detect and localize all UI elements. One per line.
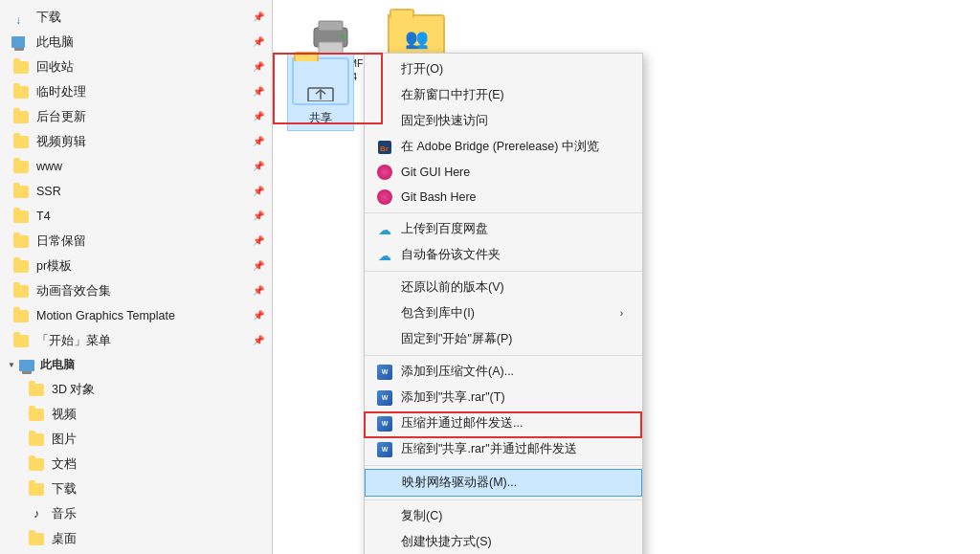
menu-item-include-library[interactable]: 包含到库中(I) › xyxy=(365,300,642,326)
git-gui-icon xyxy=(376,165,393,180)
folder-icon xyxy=(27,531,46,546)
menu-item-create-shortcut[interactable]: 创建快捷方式(S) xyxy=(365,529,642,554)
shared-folder-icon xyxy=(292,57,349,105)
menu-separator-5 xyxy=(365,499,642,500)
sidebar-item-this-pc[interactable]: 此电脑 📌 xyxy=(0,30,272,55)
submenu-arrow-icon: › xyxy=(620,308,623,319)
folder-icon xyxy=(11,333,31,348)
menu-separator-4 xyxy=(365,465,642,466)
menu-item-compress-email[interactable]: W 压缩并通过邮件发送... xyxy=(365,410,642,436)
folder-icon xyxy=(11,84,31,100)
sidebar-item-animation[interactable]: 动画音效合集 📌 xyxy=(0,278,272,303)
menu-item-pin-start[interactable]: 固定到"开始"屏幕(P) xyxy=(365,326,642,352)
sidebar-item-temp[interactable]: 临时处理 📌 xyxy=(0,79,272,104)
menu-item-add-rar[interactable]: W 添加到"共享.rar"(T) xyxy=(365,385,642,410)
download-icon: ↓ xyxy=(11,10,31,25)
sidebar-item-video-edit[interactable]: 视频剪辑 📌 xyxy=(0,129,272,154)
sidebar-item-bg-update[interactable]: 后台更新 📌 xyxy=(0,104,272,129)
sidebar-item-downloads[interactable]: 下载 xyxy=(0,476,272,501)
folder-icon xyxy=(11,308,31,323)
sidebar-item-daily[interactable]: 日常保留 📌 xyxy=(0,229,272,254)
folder-icon xyxy=(11,209,31,224)
sidebar-item-3d[interactable]: 3D 对象 xyxy=(0,377,272,402)
sidebar-item-ssr[interactable]: SSR 📌 xyxy=(0,179,272,204)
folder-icon xyxy=(27,432,46,447)
menu-separator-1 xyxy=(365,212,642,213)
menu-item-pin-quick-access[interactable]: 固定到快速访问 xyxy=(365,108,642,134)
menu-item-map-drive[interactable]: 映射网络驱动器(M)... xyxy=(365,469,642,497)
music-icon: ♪ xyxy=(27,506,46,521)
menu-item-git-gui[interactable]: Git GUI Here xyxy=(365,160,642,185)
folder-icon xyxy=(27,382,46,397)
sidebar-item-pictures[interactable]: 图片 xyxy=(0,427,272,452)
menu-item-copy[interactable]: 复制(C) xyxy=(365,503,642,529)
folder-icon xyxy=(27,407,46,422)
sidebar-item-pr-template[interactable]: pr模板 📌 xyxy=(0,254,272,278)
context-menu: 打开(O) 在新窗口中打开(E) 固定到快速访问 Br 在 Adobe Brid… xyxy=(364,53,643,554)
sidebar-item-download[interactable]: ↓ 下载 📌 xyxy=(0,5,272,30)
menu-item-baidu-upload[interactable]: ☁ 上传到百度网盘 xyxy=(365,216,642,242)
menu-item-open-new-window[interactable]: 在新窗口中打开(E) xyxy=(365,82,642,108)
chevron-down-icon: ▼ xyxy=(8,361,15,369)
menu-separator-3 xyxy=(365,355,642,356)
folder-icon xyxy=(11,283,31,299)
winrar-icon: W xyxy=(376,390,393,406)
shared-folder-item[interactable]: 共享 xyxy=(287,53,354,131)
winrar-icon: W xyxy=(376,416,393,432)
winrar-icon: W xyxy=(376,442,393,457)
menu-item-compress-rar-email[interactable]: W 压缩到"共享.rar"并通过邮件发送 xyxy=(365,436,642,462)
menu-item-adobe-bridge[interactable]: Br 在 Adobe Bridge (Prerelease) 中浏览 xyxy=(365,134,642,160)
svg-point-3 xyxy=(341,34,345,38)
menu-item-baidu-backup[interactable]: ☁ 自动备份该文件夹 xyxy=(365,242,642,268)
folder-icon xyxy=(11,184,31,199)
git-bash-icon xyxy=(376,189,393,205)
computer-icon xyxy=(19,360,34,371)
sidebar-item-documents[interactable]: 文档 xyxy=(0,452,272,476)
svg-text:Br: Br xyxy=(380,144,389,153)
folder-icon xyxy=(11,134,31,149)
sidebar-nav: ↓ 下载 📌 此电脑 📌 回收站 📌 临时处理 📌 后台更新 xyxy=(0,0,272,554)
winrar-icon: W xyxy=(376,365,393,380)
baidu-backup-icon: ☁ xyxy=(376,248,393,263)
recycle-icon xyxy=(11,59,31,75)
folder-icon xyxy=(11,233,31,249)
adobe-bridge-icon: Br xyxy=(376,141,393,154)
menu-item-open[interactable]: 打开(O) xyxy=(365,56,642,82)
sidebar-item-desktop[interactable]: 桌面 xyxy=(0,526,272,551)
folder-icon xyxy=(11,109,31,124)
folder-icon xyxy=(11,159,31,174)
this-pc-icon xyxy=(11,34,31,50)
sidebar-section-computer[interactable]: ▼ 此电脑 xyxy=(0,353,272,377)
sidebar-item-www[interactable]: www 📌 xyxy=(0,154,272,179)
menu-separator-2 xyxy=(365,271,642,272)
explorer-sidebar: ↓ 下载 📌 此电脑 📌 回收站 📌 临时处理 📌 后台更新 xyxy=(0,0,273,554)
svg-rect-1 xyxy=(319,21,343,31)
sidebar-item-video[interactable]: 视频 xyxy=(0,402,272,427)
sidebar-item-motion-graphics[interactable]: Motion Graphics Template 📌 xyxy=(0,303,272,328)
menu-item-add-zip[interactable]: W 添加到压缩文件(A)... xyxy=(365,359,642,385)
baidu-cloud-icon: ☁ xyxy=(376,222,393,237)
sidebar-item-t4[interactable]: T4 📌 xyxy=(0,204,272,229)
menu-item-git-bash[interactable]: Git Bash Here xyxy=(365,185,642,210)
folder-icon xyxy=(27,456,46,472)
shared-folder-label: 共享 xyxy=(309,110,332,126)
folder-icon xyxy=(27,481,46,497)
folder-icon xyxy=(11,258,31,274)
sidebar-item-start-menu[interactable]: 「开始」菜单 📌 xyxy=(0,328,272,353)
sidebar-item-recycle[interactable]: 回收站 📌 xyxy=(0,55,272,79)
sidebar-item-music[interactable]: ♪ 音乐 xyxy=(0,501,272,526)
menu-item-restore[interactable]: 还原以前的版本(V) xyxy=(365,275,642,300)
